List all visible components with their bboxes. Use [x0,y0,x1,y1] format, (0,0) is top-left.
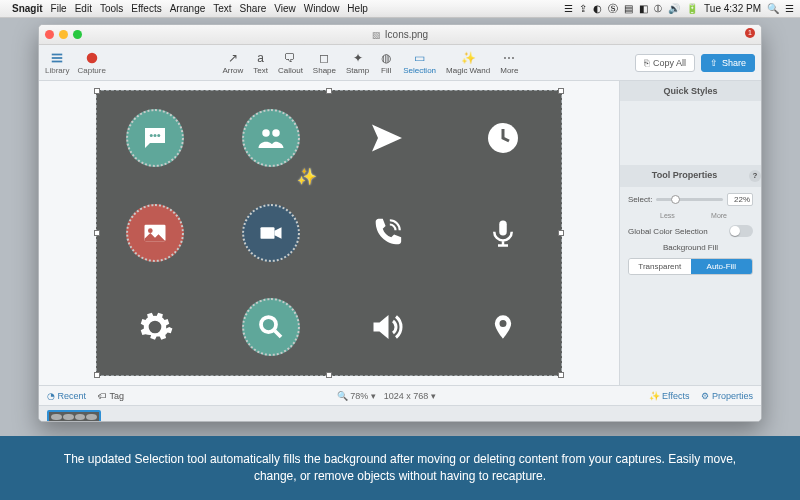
tool-arrow[interactable]: ↗Arrow [222,51,243,75]
menu-edit[interactable]: Edit [75,3,92,14]
selection-handle[interactable] [326,88,332,94]
bg-fill-segmented[interactable]: Transparent Auto-Fill [628,258,753,275]
zoom-button[interactable] [73,30,82,39]
effects-button[interactable]: ✨ Effects [649,391,690,401]
global-color-toggle[interactable] [729,225,753,237]
svg-rect-12 [261,227,275,239]
menu-file[interactable]: File [51,3,67,14]
close-button[interactable] [45,30,54,39]
svg-point-11 [148,228,153,233]
titlebar: ▧ Icons.png 1 [39,25,761,45]
selection-handle[interactable] [558,88,564,94]
system-tray: ☰ ⇪ ◐ Ⓢ ▤ ◧ ⦷ 🔊 🔋 Tue 4:32 PM 🔍 ☰ [564,2,794,16]
select-slider[interactable]: Select: 22% [628,193,753,206]
canvas[interactable]: ✨ [96,90,562,376]
menu-arrange[interactable]: Arrange [170,3,206,14]
seg-transparent[interactable]: Transparent [629,259,691,274]
icon-photo[interactable] [126,204,184,262]
seg-autofill[interactable]: Auto-Fill [691,259,753,274]
select-value[interactable]: 22% [727,193,753,206]
svg-point-14 [261,317,276,332]
selection-handle[interactable] [94,372,100,378]
menu-window[interactable]: Window [304,3,340,14]
svg-rect-1 [52,57,63,59]
copy-icon: ⎘ [644,58,649,68]
icon-gear[interactable] [126,298,184,356]
search-icon[interactable]: 🔍 [767,3,779,14]
tool-fill[interactable]: ◍Fill [379,51,393,75]
menu-share[interactable]: Share [240,3,267,14]
tray-icon[interactable]: ▤ [624,3,633,14]
document-icon: ▧ [372,30,381,40]
tool-text[interactable]: aText [253,51,268,75]
tool-properties-header: Tool Properties ? [620,165,761,187]
tool-magic-wand[interactable]: ✨Magic Wand [446,51,490,75]
selection-handle[interactable] [558,230,564,236]
help-icon[interactable]: ? [749,170,761,182]
copy-all-button[interactable]: ⎘Copy All [635,54,695,72]
icon-search[interactable] [242,298,300,356]
share-icon: ⇧ [710,58,718,68]
svg-point-6 [157,134,160,137]
selection-handle[interactable] [326,372,332,378]
status-bar: ◔ Recent 🏷 Tag 🔍 78% ▾ 1024 x 768 ▾ ✨ Ef… [39,385,761,405]
svg-point-4 [150,134,153,137]
app-name[interactable]: Snagit [12,3,43,14]
icon-people[interactable] [242,109,300,167]
side-panel: Quick Styles Tool Properties ? Select: 2… [619,81,761,385]
quick-styles-header[interactable]: Quick Styles [620,81,761,101]
recent-button[interactable]: ◔ Recent [47,391,86,401]
mac-menubar: Snagit File Edit Tools Effects Arrange T… [0,0,800,18]
dimensions[interactable]: 1024 x 768 ▾ [384,391,436,401]
icon-video[interactable] [242,204,300,262]
bg-fill-label: Background Fill [628,243,753,252]
selection-handle[interactable] [94,88,100,94]
svg-point-5 [154,134,157,137]
menu-tools[interactable]: Tools [100,3,123,14]
clock[interactable]: Tue 4:32 PM [704,3,761,14]
icon-send[interactable] [358,109,416,167]
feature-caption: The updated Selection tool automatically… [0,436,800,500]
icon-location[interactable] [474,298,532,356]
menu-icon[interactable]: ☰ [785,3,794,14]
menu-help[interactable]: Help [347,3,368,14]
properties-button[interactable]: ⚙ Properties [701,391,753,401]
tray-icon[interactable]: ◧ [639,3,648,14]
icon-mic[interactable] [474,204,532,262]
menu-view[interactable]: View [274,3,296,14]
toolbar: Library Capture ↗Arrow aText 🗨Callout ◻S… [39,45,761,81]
icon-volume[interactable] [358,298,416,356]
tool-more[interactable]: ⋯More [500,51,518,75]
share-button[interactable]: ⇧Share [701,54,755,72]
capture-button[interactable]: Capture [77,51,105,75]
selection-handle[interactable] [94,230,100,236]
magic-wand-cursor: ✨ [297,167,317,186]
tool-stamp[interactable]: ✦Stamp [346,51,369,75]
volume-icon[interactable]: 🔊 [668,3,680,14]
minimize-button[interactable] [59,30,68,39]
tray-icon[interactable]: ☰ [564,3,573,14]
zoom-indicator[interactable]: 🔍 78% ▾ [337,391,376,401]
snagit-tray-icon[interactable]: Ⓢ [608,2,618,16]
icon-call[interactable] [358,204,416,262]
library-button[interactable]: Library [45,51,69,75]
selection-handle[interactable] [558,372,564,378]
notification-badge[interactable]: 1 [745,28,755,38]
battery-icon[interactable]: 🔋 [686,3,698,14]
icon-clock[interactable] [474,109,532,167]
app-window: ▧ Icons.png 1 Library Capture ↗Arrow aTe… [38,24,762,422]
dropbox-icon[interactable]: ⇪ [579,3,587,14]
menu-text[interactable]: Text [213,3,231,14]
thumbnail[interactable]: .png [47,410,101,423]
wifi-icon[interactable]: ⦷ [654,3,662,15]
tool-callout[interactable]: 🗨Callout [278,51,303,75]
tool-selection[interactable]: ▭Selection [403,51,436,75]
tray-icon[interactable]: ◐ [593,3,602,14]
traffic-lights [45,30,82,39]
svg-point-8 [272,130,280,138]
tool-shape[interactable]: ◻Shape [313,51,336,75]
menu-effects[interactable]: Effects [131,3,161,14]
tag-button[interactable]: 🏷 Tag [98,391,124,401]
canvas-area[interactable]: ✨ [39,81,619,385]
icon-chat[interactable] [126,109,184,167]
